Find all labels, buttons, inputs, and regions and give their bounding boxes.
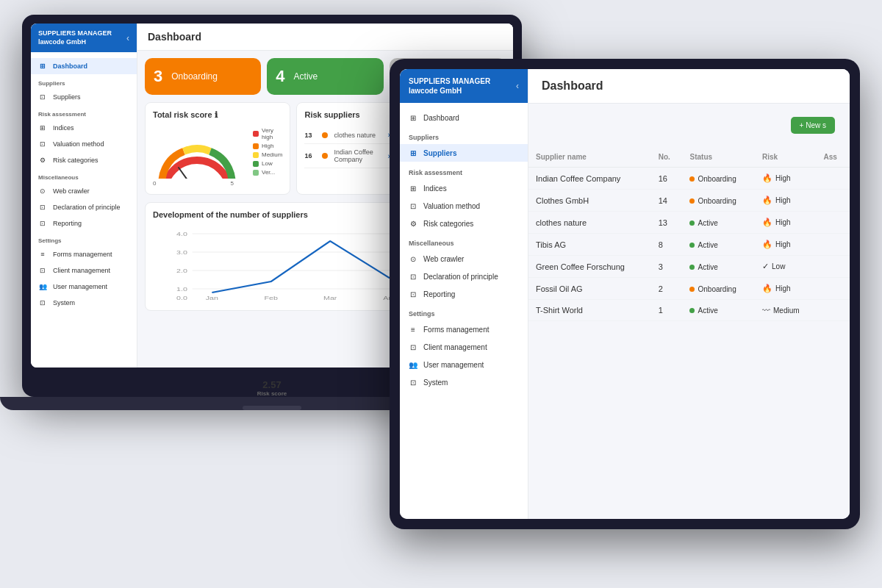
tablet-users-icon: 👥 [409,360,417,369]
tablet-reporting-icon: ⊡ [409,290,417,298]
cell-no: 14 [651,190,683,212]
table-header-row: Supplier name No. Status Risk Ass [528,147,850,168]
svg-text:4.0: 4.0 [176,230,187,237]
webcrawler-icon: ⊙ [38,187,47,196]
new-supplier-button[interactable]: + New s [791,117,835,134]
status-dot [689,265,695,270]
risk-icon: ✓ [762,262,769,271]
tablet-sidebar-system[interactable]: ⊡ System [400,373,528,391]
tablet-label-suppliers: Suppliers [423,149,457,157]
tablet-sidebar-webcrawler[interactable]: ⊙ Web crawler [400,250,528,268]
sidebar-item-system[interactable]: ⊡ System [31,295,137,311]
sidebar-label-valuation: Valuation method [53,140,104,148]
onboarding-label: Onboarding [171,71,218,82]
forms-icon: ≡ [38,250,47,259]
tablet-sidebar-indices[interactable]: ⊞ Indices [400,179,528,197]
risk-suppliers-panel: Risk suppliers 13 clothes nature › 16 In… [296,102,398,195]
risk-icon: 🔥 [762,218,772,227]
tablet-sidebar-risk-cat[interactable]: ⚙ Risk categories [400,215,528,232]
risk-name-1: clothes nature [334,132,381,139]
col-ass: Ass [817,147,850,168]
legend-label-very-low: Ver... [262,169,275,176]
sidebar-item-suppliers[interactable]: ⊡ Suppliers [31,89,137,105]
svg-line-0 [179,168,197,179]
tablet-label-indices: Indices [423,184,447,193]
sidebar-item-declaration[interactable]: ⊡ Declaration of principle [31,199,137,215]
tablet-sidebar-dashboard[interactable]: ⊞ Dashboard [400,109,528,126]
sidebar-label-dashboard: Dashboard [53,62,87,70]
sidebar-item-forms[interactable]: ≡ Forms management [31,246,137,262]
cell-ass [817,278,850,300]
tablet-sidebar-client[interactable]: ⊡ Client management [400,338,528,356]
table-row[interactable]: Green Coffee Forschung 3 Active ✓Low [528,256,850,278]
sidebar-item-dashboard[interactable]: ⊞ Dashboard [31,58,137,74]
cell-risk: 🔥High [755,234,817,256]
table-row[interactable]: clothes nature 13 Active 🔥High [528,212,850,234]
table-row[interactable]: Clothes GmbH 14 Onboarding 🔥High [528,190,850,212]
tablet-label-reporting: Reporting [423,290,455,298]
risk-dot-1 [322,132,328,138]
cell-status: Active [682,212,755,234]
table-row[interactable]: Fossil Oil AG 2 Onboarding 🔥High [528,278,850,300]
tablet-label-users: User management [423,361,484,369]
sidebar-item-users[interactable]: 👥 User management [31,279,137,295]
sidebar-label-users: User management [53,283,107,290]
laptop-page-title: Dashboard [137,24,513,51]
table-body: Indian Coffee Company 16 Onboarding 🔥Hig… [528,168,850,321]
cell-risk: 🔥High [755,168,817,190]
tablet-label-webcrawler: Web crawler [423,255,464,263]
tablet-sidebar-suppliers[interactable]: ⊞ Suppliers [400,144,528,162]
risk-item-2: 16 Indian Coffee Company › [304,144,390,168]
tablet-sidebar-declaration[interactable]: ⊡ Declaration of principle [400,268,528,285]
stat-active: 4 Active [267,58,383,95]
svg-text:3.0: 3.0 [176,248,187,255]
tablet-collapse-icon[interactable]: ‹ [516,81,519,91]
users-icon: 👥 [38,282,47,291]
reporting-icon: ⊡ [38,219,47,228]
svg-text:Feb: Feb [265,294,278,300]
sidebar-item-risk-categories[interactable]: ⚙ Risk categories [31,152,137,168]
tablet-suppliers-icon: ⊞ [409,148,417,157]
supplier-table: Supplier name No. Status Risk Ass Indian… [528,147,850,321]
legend-very-high: Very high [253,127,282,140]
tablet-label-system: System [423,379,448,387]
table-head: Supplier name No. Status Risk Ass [528,147,850,168]
sidebar-item-reporting[interactable]: ⊡ Reporting [31,215,137,232]
sidebar-item-webcrawler[interactable]: ⊙ Web crawler [31,183,137,199]
svg-text:Mar: Mar [323,294,337,300]
cell-risk: ✓Low [755,256,817,278]
legend-dot-low [253,161,259,167]
tablet-sidebar-valuation[interactable]: ⊡ Valuation method [400,197,528,215]
cell-status: Active [682,300,755,321]
table-header-actions: + New s [528,104,850,147]
table-row[interactable]: Indian Coffee Company 16 Onboarding 🔥Hig… [528,168,850,190]
table-row[interactable]: T-Shirt World 1 Active 〰Medium [528,300,850,321]
tablet-dashboard-icon: ⊞ [409,113,417,122]
tablet-label-forms: Forms management [423,326,489,334]
valuation-icon: ⊡ [38,140,47,148]
table-row[interactable]: Tibis AG 8 Active 🔥High [528,234,850,256]
tablet-sidebar-reporting[interactable]: ⊡ Reporting [400,285,528,303]
cell-status: Onboarding [682,190,755,212]
tablet-valuation-icon: ⊡ [409,201,417,210]
tablet-sidebar-forms[interactable]: ≡ Forms management [400,320,528,338]
cell-name: Clothes GmbH [528,190,651,212]
legend-label-medium: Medium [262,151,282,158]
sidebar-item-indices[interactable]: ⊞ Indices [31,120,137,136]
stat-onboarding: 3 Onboarding [145,58,261,95]
legend-label-low: Low [262,160,273,167]
cell-risk: 🔥High [755,212,817,234]
svg-text:0.0: 0.0 [176,294,187,300]
app-name: SUPPLIERS MANAGER [38,29,112,38]
sidebar-item-client[interactable]: ⊡ Client management [31,262,137,279]
tablet-sidebar-users[interactable]: 👥 User management [400,356,528,373]
legend-dot-very-high [253,131,259,137]
risk-score-panel: Total risk score ℹ [145,102,290,195]
cell-risk: 〰Medium [755,300,817,321]
risk-name-2: Indian Coffee Company [334,148,381,163]
section-settings: Settings [31,232,137,246]
legend-label-very-high: Very high [262,127,282,140]
collapse-icon[interactable]: ‹ [126,33,129,43]
sidebar-item-valuation[interactable]: ⊡ Valuation method [31,136,137,152]
risk-icon: 🔥 [762,284,772,293]
